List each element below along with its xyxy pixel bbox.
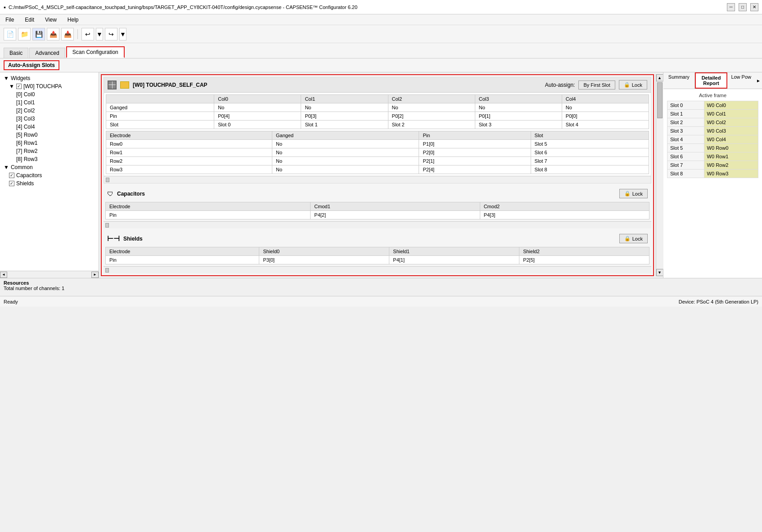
- detailed-report-tab[interactable]: Detailed Report: [695, 72, 728, 89]
- capacitors-lock-button[interactable]: 🔒 Lock: [619, 189, 648, 198]
- export-button[interactable]: 📤: [47, 28, 59, 40]
- low-pow-tab[interactable]: Low Pow: [727, 72, 755, 89]
- col-header-electrode: [106, 95, 214, 103]
- save-button[interactable]: 💾: [32, 28, 45, 40]
- capacitors-checkbox[interactable]: [9, 173, 14, 178]
- new-button[interactable]: 📄: [4, 28, 16, 40]
- menu-help[interactable]: Help: [66, 16, 81, 24]
- row-0-cell-2[interactable]: P1[0]: [419, 140, 531, 148]
- shields-h-scroll-thumb[interactable]: [105, 268, 109, 273]
- row-1-cell-1[interactable]: No: [272, 148, 419, 157]
- w0-checkbox[interactable]: [16, 84, 22, 89]
- sidebar-scroll-track[interactable]: [7, 272, 91, 278]
- tab-scan-configuration[interactable]: Scan Configuration: [66, 46, 125, 58]
- col-ganged-1[interactable]: No: [301, 103, 388, 112]
- widget-h-scrollbar[interactable]: [104, 176, 651, 183]
- col-ganged-0[interactable]: No: [214, 103, 301, 112]
- sidebar-capacitors[interactable]: Capacitors: [2, 171, 97, 179]
- sidebar-row3[interactable]: [8] Row3: [2, 155, 97, 163]
- redo-button[interactable]: ↪: [105, 28, 117, 40]
- right-panel-more[interactable]: ►: [755, 72, 762, 89]
- col-pin-1[interactable]: P0[3]: [301, 112, 388, 121]
- shields-checkbox[interactable]: [9, 181, 14, 186]
- cap-h-scroll-thumb[interactable]: [105, 223, 109, 228]
- sidebar-col2[interactable]: [2] Col2: [2, 107, 97, 115]
- row-3-cell-1[interactable]: No: [272, 165, 419, 174]
- sidebar-col1[interactable]: [1] Col1: [2, 98, 97, 107]
- tab-advanced[interactable]: Advanced: [29, 48, 65, 58]
- row-2-cell-2[interactable]: P2[1]: [419, 157, 531, 165]
- menu-view[interactable]: View: [43, 16, 59, 24]
- row-header-pin: Pin: [419, 131, 531, 140]
- col-ganged-4[interactable]: No: [562, 103, 649, 112]
- col-slot-4[interactable]: Slot 4: [562, 121, 649, 129]
- row-3-cell-3[interactable]: Slot 8: [531, 165, 649, 174]
- row-2-cell-3[interactable]: Slot 7: [531, 157, 649, 165]
- shield-s1-value[interactable]: P4[1]: [389, 256, 519, 264]
- slot-label-2: Slot 2: [667, 118, 704, 127]
- sidebar-col0[interactable]: [0] Col0: [2, 90, 97, 98]
- tab-basic[interactable]: Basic: [4, 48, 28, 58]
- scan-config-vscrollbar[interactable]: ▲ ▼: [656, 74, 663, 276]
- sidebar-shields[interactable]: Shields: [2, 179, 97, 188]
- col-slot-1[interactable]: Slot 1: [301, 121, 388, 129]
- auto-assign-slots-button[interactable]: Auto-Assign Slots: [4, 60, 59, 70]
- sidebar-scroll-left[interactable]: ◄: [0, 272, 7, 278]
- col-pin-2[interactable]: P0[2]: [388, 112, 475, 121]
- sidebar-row1[interactable]: [6] Row1: [2, 139, 97, 147]
- vscroll-down[interactable]: ▼: [656, 269, 663, 276]
- sidebar-row0[interactable]: [5] Row0: [2, 131, 97, 139]
- import-button[interactable]: 📥: [61, 28, 74, 40]
- row-3-cell-2[interactable]: P2[4]: [419, 165, 531, 174]
- sidebar-widgets-header[interactable]: ▼ Widgets: [2, 74, 97, 82]
- sidebar-row2[interactable]: [7] Row2: [2, 147, 97, 155]
- col-slot-2[interactable]: Slot 2: [388, 121, 475, 129]
- sidebar-scroll-right[interactable]: ►: [91, 272, 99, 278]
- undo-dropdown[interactable]: ▼: [96, 28, 103, 40]
- col-pin-4[interactable]: P0[0]: [562, 112, 649, 121]
- col-ganged-3[interactable]: No: [475, 103, 562, 112]
- sidebar-scrollbar[interactable]: ◄ ►: [0, 271, 99, 278]
- shields-lock-button[interactable]: 🔒 Lock: [619, 234, 648, 243]
- row-1-cell-2[interactable]: P2[0]: [419, 148, 531, 157]
- shield-s0-value[interactable]: P3[0]: [259, 256, 389, 264]
- row-0-cell-1[interactable]: No: [272, 140, 419, 148]
- sidebar-col1-label: [1] Col1: [16, 99, 35, 106]
- col-pin-0[interactable]: P0[4]: [214, 112, 301, 121]
- minimize-button[interactable]: ─: [727, 3, 735, 11]
- col-pin-3[interactable]: P0[1]: [475, 112, 562, 121]
- slot-value-5: W0 Row0: [704, 144, 758, 152]
- sidebar: ▼ Widgets ▼ [W0] TOUCHPA [0] Col0 [1] Co…: [0, 72, 99, 271]
- col-slot-0[interactable]: Slot 0: [214, 121, 301, 129]
- col-header-col4: Col4: [562, 95, 649, 103]
- cap-cmod2-value[interactable]: P4[3]: [480, 211, 649, 219]
- vscroll-track[interactable]: [656, 81, 663, 269]
- shields-h-scrollbar[interactable]: [104, 266, 651, 273]
- row-2-cell-1[interactable]: No: [272, 157, 419, 165]
- vscroll-up[interactable]: ▲: [656, 74, 663, 81]
- undo-button[interactable]: ↩: [81, 28, 94, 40]
- summary-tab[interactable]: Summary: [663, 72, 695, 89]
- redo-dropdown[interactable]: ▼: [119, 28, 126, 40]
- sidebar-common-header[interactable]: ▼ Common: [2, 163, 97, 171]
- slot-label-7: Slot 7: [667, 161, 704, 170]
- cap-cmod1-value[interactable]: P4[2]: [311, 211, 480, 219]
- sidebar-col3[interactable]: [3] Col3: [2, 115, 97, 123]
- sidebar-col4[interactable]: [4] Col4: [2, 123, 97, 131]
- sidebar-w0-row[interactable]: ▼ [W0] TOUCHPA: [2, 82, 97, 90]
- widget-h-scroll-thumb[interactable]: [106, 178, 109, 182]
- vscroll-thumb[interactable]: [657, 82, 663, 118]
- maximize-button[interactable]: □: [739, 3, 747, 11]
- row-0-cell-3[interactable]: Slot 5: [531, 140, 649, 148]
- col-slot-3[interactable]: Slot 3: [475, 121, 562, 129]
- close-button[interactable]: ✕: [750, 3, 758, 11]
- menu-file[interactable]: File: [4, 16, 16, 24]
- cap-h-scrollbar[interactable]: [104, 221, 651, 228]
- row-1-cell-3[interactable]: Slot 6: [531, 148, 649, 157]
- shield-s2-value[interactable]: P2[5]: [519, 256, 649, 264]
- open-button[interactable]: 📁: [18, 28, 31, 40]
- widget-lock-button[interactable]: 🔒 Lock: [619, 80, 647, 89]
- by-first-slot-button[interactable]: By First Slot: [578, 80, 615, 89]
- menu-edit[interactable]: Edit: [23, 16, 36, 24]
- col-ganged-2[interactable]: No: [388, 103, 475, 112]
